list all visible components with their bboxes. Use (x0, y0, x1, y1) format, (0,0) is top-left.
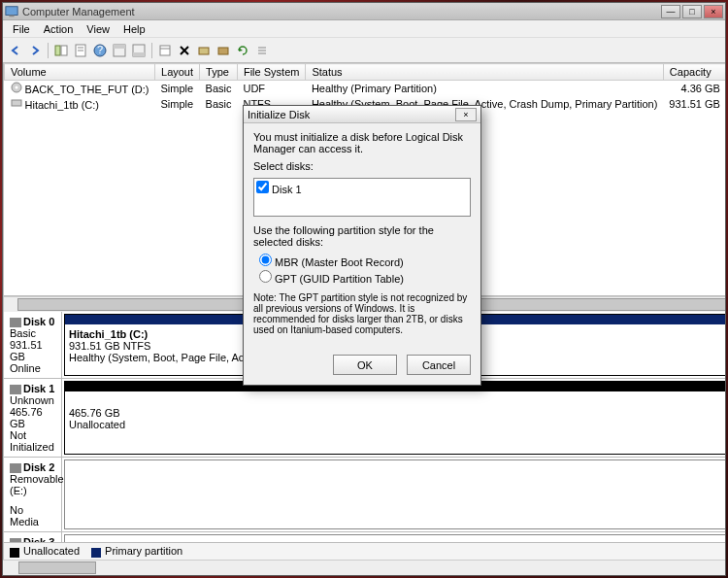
minimize-button[interactable]: — (661, 5, 680, 18)
forward-button[interactable] (26, 42, 44, 59)
app-icon (5, 5, 18, 18)
cell: UDF (237, 81, 305, 97)
menu-view[interactable]: View (81, 22, 116, 36)
disc-icon (11, 82, 22, 93)
cell: 931.51 GB (663, 96, 725, 112)
disk-name: Disk 0 (23, 316, 54, 327)
titlebar: Computer Management — □ × (3, 3, 725, 20)
menu-file[interactable]: File (7, 22, 36, 36)
action-2-button[interactable] (215, 42, 232, 59)
view-bottom-button[interactable] (130, 42, 148, 59)
mbr-option[interactable]: MBR (Master Boot Record) (259, 254, 471, 268)
delete-button[interactable] (176, 42, 193, 59)
dialog-titlebar: Initialize Disk × (244, 106, 480, 123)
cell: 4.36 GB (663, 81, 725, 97)
disk-size: 465.76 GB (10, 406, 55, 429)
disk-info: Disk 2 Removable (E:) No Media (4, 458, 62, 531)
partition-style-group: MBR (Master Boot Record) GPT (GUID Parti… (253, 254, 471, 285)
svg-rect-13 (160, 46, 170, 55)
disk-nomedia: No Media (10, 504, 55, 527)
svg-rect-12 (133, 52, 145, 56)
col-fs[interactable]: File System (237, 64, 305, 81)
dialog-close-button[interactable]: × (455, 108, 477, 121)
list-button[interactable] (253, 42, 271, 59)
cell: Simple (155, 96, 200, 112)
refresh-button[interactable] (234, 42, 251, 59)
disk-name: Disk 1 (23, 383, 54, 394)
disk1-label: Disk 1 (272, 184, 302, 195)
disk1-checkbox[interactable] (256, 181, 269, 193)
disk-icon (10, 463, 21, 473)
separator (48, 43, 49, 58)
svg-rect-15 (199, 48, 209, 54)
legend-label: Primary partition (105, 545, 182, 557)
partition-empty[interactable] (64, 459, 725, 529)
menubar: File Action View Help (3, 20, 725, 38)
disk-row[interactable]: Disk 3 Removable (F:) No Media (4, 532, 725, 542)
svg-rect-16 (218, 48, 228, 54)
disk-state: Online (10, 362, 55, 374)
col-capacity[interactable]: Capacity (663, 64, 725, 81)
disk-checkbox-row[interactable]: Disk 1 (256, 181, 468, 195)
menu-action[interactable]: Action (38, 22, 80, 36)
menu-help[interactable]: Help (117, 22, 151, 36)
cell: Simple (155, 81, 200, 97)
disk-type: Removable (E:) (10, 473, 55, 496)
window-title: Computer Management (22, 6, 661, 17)
svg-point-30 (15, 86, 17, 89)
scrollbar-thumb[interactable] (18, 561, 96, 574)
properties-button[interactable] (72, 42, 89, 59)
dialog-body: You must initialize a disk before Logica… (244, 123, 480, 349)
initialize-disk-dialog: Initialize Disk × You must initialize a … (243, 105, 481, 386)
status-scrollbar[interactable] (3, 560, 725, 575)
disk-info: Disk 3 Removable (F:) No Media (4, 532, 62, 542)
drive-icon (11, 97, 22, 109)
cancel-button[interactable]: Cancel (407, 355, 471, 375)
disk-info: Disk 1 Unknown 465.76 GB Not Initialized (4, 379, 62, 457)
dialog-intro: You must initialize a disk before Logica… (253, 131, 471, 154)
disk-select-list[interactable]: Disk 1 (253, 178, 471, 217)
cell: Basic (200, 81, 238, 97)
settings-button[interactable] (156, 42, 174, 59)
partition-size: 465.76 GB (69, 407, 120, 419)
gpt-option[interactable]: GPT (GUID Partition Table) (259, 270, 471, 285)
gpt-label: GPT (GUID Partition Table) (275, 273, 404, 285)
show-hide-tree-button[interactable] (52, 42, 70, 59)
ok-button[interactable]: OK (333, 355, 397, 375)
partition-label: Hitachi_1tb (C:) (69, 328, 148, 340)
action-1-button[interactable] (195, 42, 213, 59)
svg-rect-2 (55, 46, 60, 55)
help-button[interactable]: ? (91, 42, 109, 59)
col-layout[interactable]: Layout (155, 64, 200, 81)
maximize-button[interactable]: □ (682, 5, 702, 18)
mbr-radio[interactable] (259, 254, 272, 266)
disk-name: Disk 2 (23, 461, 54, 473)
cell: Hitachi_1tb (C:) (25, 99, 99, 111)
col-status[interactable]: Status (306, 64, 663, 81)
partition-unallocated[interactable]: 465.76 GB Unallocated (64, 381, 725, 455)
disk-row[interactable]: Disk 2 Removable (E:) No Media (4, 458, 725, 532)
view-top-button[interactable] (111, 42, 128, 59)
disk-row[interactable]: Disk 1 Unknown 465.76 GB Not Initialized… (4, 379, 725, 458)
dialog-title: Initialize Disk (248, 109, 455, 120)
close-button[interactable]: × (704, 5, 723, 18)
legend-swatch-unallocated (10, 548, 19, 558)
select-disks-label: Select disks: (253, 160, 471, 172)
gpt-radio[interactable] (259, 270, 272, 283)
partition-style-label: Use the following partition style for th… (253, 224, 471, 248)
table-row[interactable]: BACK_TO_THE_FUT (D:) Simple Basic UDF He… (5, 81, 726, 97)
disk-info: Disk 0 Basic 931.51 GB Online (4, 312, 62, 378)
toolbar: ? (3, 38, 725, 63)
svg-rect-31 (12, 100, 21, 106)
mbr-label: MBR (Master Boot Record) (275, 256, 404, 268)
col-type[interactable]: Type (200, 64, 238, 81)
svg-rect-0 (6, 6, 17, 15)
col-volume[interactable]: Volume (5, 64, 155, 81)
svg-rect-1 (9, 15, 14, 17)
dialog-buttons: OK Cancel (244, 349, 480, 385)
gpt-note: Note: The GPT partition style is not rec… (253, 292, 471, 335)
cell: Basic (200, 96, 238, 112)
legend: Unallocated Primary partition (4, 542, 725, 560)
back-button[interactable] (7, 42, 24, 59)
partition-empty[interactable] (64, 534, 725, 542)
